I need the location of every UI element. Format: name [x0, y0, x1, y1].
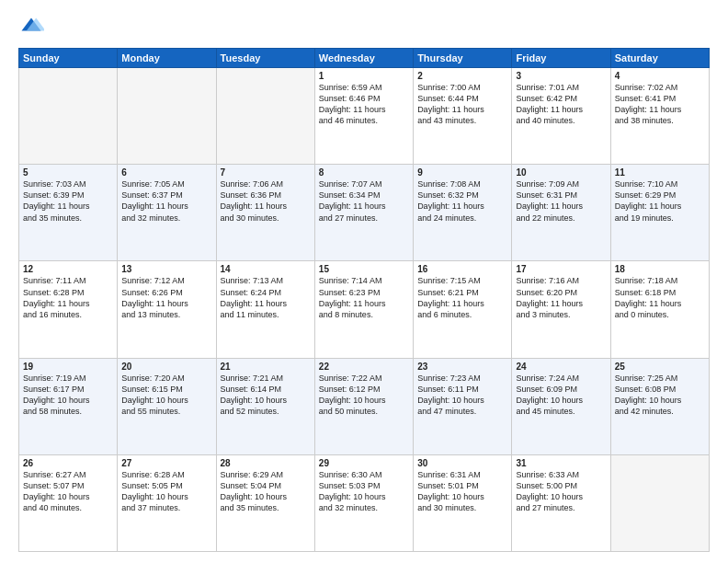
day-number: 12 — [23, 264, 113, 274]
logo — [18, 15, 48, 40]
calendar-cell: 25Sunrise: 7:25 AM Sunset: 6:08 PM Dayli… — [610, 358, 709, 454]
day-info: Sunrise: 7:00 AM Sunset: 6:44 PM Dayligh… — [417, 82, 507, 127]
calendar-cell: 6Sunrise: 7:05 AM Sunset: 6:37 PM Daylig… — [118, 165, 216, 261]
day-number: 28 — [221, 458, 311, 468]
calendar-cell: 19Sunrise: 7:19 AM Sunset: 6:17 PM Dayli… — [19, 358, 118, 454]
day-info: Sunrise: 6:29 AM Sunset: 5:04 PM Dayligh… — [221, 469, 311, 514]
calendar-cell: 23Sunrise: 7:23 AM Sunset: 6:11 PM Dayli… — [414, 358, 512, 454]
calendar-table: SundayMondayTuesdayWednesdayThursdayFrid… — [18, 48, 710, 552]
day-number: 14 — [221, 264, 311, 274]
calendar-cell: 2Sunrise: 7:00 AM Sunset: 6:44 PM Daylig… — [414, 68, 512, 165]
calendar-cell: 15Sunrise: 7:14 AM Sunset: 6:23 PM Dayli… — [314, 261, 413, 358]
calendar-cell: 22Sunrise: 7:22 AM Sunset: 6:12 PM Dayli… — [314, 358, 413, 454]
day-number: 5 — [23, 167, 113, 178]
calendar-cell: 16Sunrise: 7:15 AM Sunset: 6:21 PM Dayli… — [414, 261, 512, 358]
day-info: Sunrise: 6:30 AM Sunset: 5:03 PM Dayligh… — [319, 469, 409, 514]
calendar-cell: 3Sunrise: 7:01 AM Sunset: 6:42 PM Daylig… — [512, 68, 610, 165]
day-number: 21 — [221, 362, 311, 372]
calendar-week-5: 26Sunrise: 6:27 AM Sunset: 5:07 PM Dayli… — [19, 454, 710, 551]
day-number: 15 — [319, 264, 409, 274]
day-info: Sunrise: 7:24 AM Sunset: 6:09 PM Dayligh… — [516, 373, 606, 418]
day-number: 31 — [516, 458, 606, 468]
day-number: 29 — [319, 458, 409, 468]
day-info: Sunrise: 6:59 AM Sunset: 6:46 PM Dayligh… — [319, 82, 409, 127]
day-number: 6 — [121, 167, 211, 178]
day-info: Sunrise: 7:10 AM Sunset: 6:29 PM Dayligh… — [615, 178, 705, 224]
day-number: 23 — [417, 362, 507, 372]
day-number: 24 — [516, 362, 606, 372]
calendar-cell: 21Sunrise: 7:21 AM Sunset: 6:14 PM Dayli… — [216, 358, 314, 454]
calendar-cell: 7Sunrise: 7:06 AM Sunset: 6:36 PM Daylig… — [216, 165, 314, 261]
header — [18, 15, 710, 40]
day-info: Sunrise: 7:22 AM Sunset: 6:12 PM Dayligh… — [319, 373, 409, 418]
calendar-week-2: 5Sunrise: 7:03 AM Sunset: 6:39 PM Daylig… — [19, 165, 710, 261]
day-info: Sunrise: 6:28 AM Sunset: 5:05 PM Dayligh… — [121, 469, 211, 514]
day-info: Sunrise: 7:16 AM Sunset: 6:20 PM Dayligh… — [516, 275, 606, 320]
day-info: Sunrise: 7:03 AM Sunset: 6:39 PM Dayligh… — [23, 178, 113, 224]
day-info: Sunrise: 7:02 AM Sunset: 6:41 PM Dayligh… — [615, 82, 705, 127]
day-number: 16 — [417, 264, 507, 274]
day-number: 17 — [516, 264, 606, 274]
day-number: 4 — [615, 71, 705, 81]
day-info: Sunrise: 6:27 AM Sunset: 5:07 PM Dayligh… — [23, 469, 113, 514]
calendar-week-3: 12Sunrise: 7:11 AM Sunset: 6:28 PM Dayli… — [19, 261, 710, 358]
weekday-header-saturday: Saturday — [610, 49, 709, 68]
calendar-cell: 13Sunrise: 7:12 AM Sunset: 6:26 PM Dayli… — [118, 261, 216, 358]
day-number: 8 — [319, 167, 409, 178]
day-number: 22 — [319, 362, 409, 372]
calendar-cell — [216, 68, 314, 165]
weekday-header-row: SundayMondayTuesdayWednesdayThursdayFrid… — [19, 49, 710, 68]
day-number: 26 — [23, 458, 113, 468]
calendar-cell: 14Sunrise: 7:13 AM Sunset: 6:24 PM Dayli… — [216, 261, 314, 358]
day-info: Sunrise: 7:12 AM Sunset: 6:26 PM Dayligh… — [121, 275, 211, 320]
day-info: Sunrise: 7:09 AM Sunset: 6:31 PM Dayligh… — [516, 178, 606, 224]
calendar-cell: 20Sunrise: 7:20 AM Sunset: 6:15 PM Dayli… — [118, 358, 216, 454]
day-info: Sunrise: 6:33 AM Sunset: 5:00 PM Dayligh… — [516, 469, 606, 514]
calendar-cell: 31Sunrise: 6:33 AM Sunset: 5:00 PM Dayli… — [512, 454, 610, 551]
calendar-cell: 4Sunrise: 7:02 AM Sunset: 6:41 PM Daylig… — [610, 68, 709, 165]
calendar-cell: 27Sunrise: 6:28 AM Sunset: 5:05 PM Dayli… — [118, 454, 216, 551]
page: SundayMondayTuesdayWednesdayThursdayFrid… — [0, 0, 728, 563]
calendar-cell — [19, 68, 118, 165]
day-number: 27 — [121, 458, 211, 468]
calendar-cell: 11Sunrise: 7:10 AM Sunset: 6:29 PM Dayli… — [610, 165, 709, 261]
calendar-cell — [610, 454, 709, 551]
day-info: Sunrise: 7:07 AM Sunset: 6:34 PM Dayligh… — [319, 178, 409, 224]
calendar-cell: 5Sunrise: 7:03 AM Sunset: 6:39 PM Daylig… — [19, 165, 118, 261]
calendar-cell: 29Sunrise: 6:30 AM Sunset: 5:03 PM Dayli… — [314, 454, 413, 551]
weekday-header-thursday: Thursday — [414, 49, 512, 68]
weekday-header-monday: Monday — [118, 49, 216, 68]
day-info: Sunrise: 7:18 AM Sunset: 6:18 PM Dayligh… — [615, 275, 705, 320]
calendar-cell: 24Sunrise: 7:24 AM Sunset: 6:09 PM Dayli… — [512, 358, 610, 454]
day-info: Sunrise: 7:23 AM Sunset: 6:11 PM Dayligh… — [417, 373, 507, 418]
day-info: Sunrise: 7:19 AM Sunset: 6:17 PM Dayligh… — [23, 373, 113, 418]
day-info: Sunrise: 7:25 AM Sunset: 6:08 PM Dayligh… — [615, 373, 705, 418]
day-number: 3 — [516, 71, 606, 81]
day-number: 13 — [121, 264, 211, 274]
calendar-cell: 8Sunrise: 7:07 AM Sunset: 6:34 PM Daylig… — [314, 165, 413, 261]
day-info: Sunrise: 7:05 AM Sunset: 6:37 PM Dayligh… — [121, 178, 211, 224]
calendar-cell: 28Sunrise: 6:29 AM Sunset: 5:04 PM Dayli… — [216, 454, 314, 551]
weekday-header-sunday: Sunday — [19, 49, 118, 68]
day-number: 7 — [221, 167, 311, 178]
calendar-cell: 12Sunrise: 7:11 AM Sunset: 6:28 PM Dayli… — [19, 261, 118, 358]
day-info: Sunrise: 7:08 AM Sunset: 6:32 PM Dayligh… — [417, 178, 507, 224]
weekday-header-friday: Friday — [512, 49, 610, 68]
day-info: Sunrise: 7:01 AM Sunset: 6:42 PM Dayligh… — [516, 82, 606, 127]
day-number: 2 — [417, 71, 507, 81]
day-info: Sunrise: 7:14 AM Sunset: 6:23 PM Dayligh… — [319, 275, 409, 320]
day-info: Sunrise: 7:11 AM Sunset: 6:28 PM Dayligh… — [23, 275, 113, 320]
day-number: 9 — [417, 167, 507, 178]
day-number: 11 — [615, 167, 705, 178]
weekday-header-tuesday: Tuesday — [216, 49, 314, 68]
calendar-cell: 1Sunrise: 6:59 AM Sunset: 6:46 PM Daylig… — [314, 68, 413, 165]
day-info: Sunrise: 7:15 AM Sunset: 6:21 PM Dayligh… — [417, 275, 507, 320]
day-info: Sunrise: 7:21 AM Sunset: 6:14 PM Dayligh… — [221, 373, 311, 418]
day-number: 18 — [615, 264, 705, 274]
day-number: 10 — [516, 167, 606, 178]
day-info: Sunrise: 7:20 AM Sunset: 6:15 PM Dayligh… — [121, 373, 211, 418]
day-number: 1 — [319, 71, 409, 81]
calendar-cell: 30Sunrise: 6:31 AM Sunset: 5:01 PM Dayli… — [414, 454, 512, 551]
calendar-cell — [118, 68, 216, 165]
day-info: Sunrise: 7:13 AM Sunset: 6:24 PM Dayligh… — [221, 275, 311, 320]
